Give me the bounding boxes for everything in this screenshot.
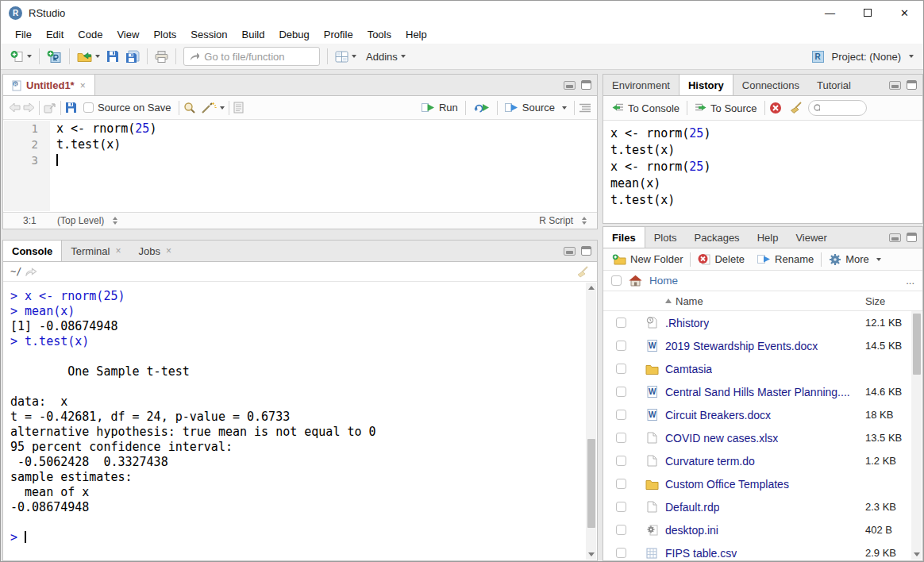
file-name-link[interactable]: Default.rdp <box>665 501 719 514</box>
minimize-window-button[interactable]: — <box>811 1 849 25</box>
tab-plots[interactable]: Plots <box>645 227 686 248</box>
to-console-button[interactable]: To Console <box>609 101 683 116</box>
size-column-header[interactable]: Size <box>865 295 885 307</box>
file-checkbox[interactable] <box>616 525 626 535</box>
to-source-button[interactable]: To Source <box>691 101 760 116</box>
save-all-button[interactable] <box>122 48 143 65</box>
rename-file-button[interactable]: Rename <box>754 252 817 267</box>
menu-view[interactable]: View <box>110 26 146 43</box>
back-icon[interactable] <box>9 102 21 113</box>
file-name-link[interactable]: .Rhistory <box>665 317 709 329</box>
code-tools-icon[interactable] <box>201 102 217 114</box>
file-name-link[interactable]: 2019 Stewardship Events.docx <box>665 340 818 352</box>
menu-help[interactable]: Help <box>398 26 434 43</box>
tab-jobs[interactable]: Jobs× <box>129 241 179 261</box>
history-entry[interactable]: t.test(x) <box>610 192 922 209</box>
file-checkbox[interactable] <box>616 364 626 374</box>
history-search-input[interactable] <box>823 102 860 114</box>
rerun-button[interactable] <box>470 101 493 114</box>
menu-plots[interactable]: Plots <box>146 26 183 43</box>
tab-connections[interactable]: Connections <box>733 75 808 95</box>
goto-file-input[interactable] <box>204 51 314 63</box>
minimize-pane-icon[interactable] <box>889 81 901 90</box>
workspace-panes-button[interactable] <box>332 48 360 65</box>
file-checkbox[interactable] <box>616 410 626 420</box>
console-output[interactable]: > x <- rnorm(25)> mean(x)[1] -0.08674948… <box>4 283 586 560</box>
menu-profile[interactable]: Profile <box>317 26 360 43</box>
menu-code[interactable]: Code <box>71 26 110 43</box>
tab-untitled1[interactable]: R Untitled1* × <box>3 75 95 96</box>
maximize-pane-icon[interactable] <box>907 80 917 90</box>
remove-entries-icon[interactable] <box>769 102 782 114</box>
scroll-down-icon[interactable] <box>911 549 922 560</box>
clear-history-icon[interactable] <box>788 102 803 114</box>
new-project-button[interactable] <box>44 48 65 66</box>
file-checkbox[interactable] <box>616 387 626 397</box>
source-on-save-toggle[interactable]: Source on Save <box>80 100 175 115</box>
tab-files[interactable]: Files <box>603 227 645 248</box>
goto-directory-icon[interactable] <box>25 268 37 276</box>
file-type-selector[interactable]: R Script <box>536 214 590 228</box>
menu-session[interactable]: Session <box>183 26 234 43</box>
minimize-pane-icon[interactable] <box>564 81 576 90</box>
files-scrollbar[interactable] <box>911 311 922 560</box>
file-name-link[interactable]: Camtasia <box>665 363 712 375</box>
file-checkbox[interactable] <box>616 433 626 443</box>
clear-console-icon[interactable] <box>576 266 590 278</box>
close-tab-icon[interactable]: × <box>166 245 171 256</box>
run-button[interactable]: Run <box>418 100 461 115</box>
menu-file[interactable]: File <box>8 26 39 43</box>
tab-tutorial[interactable]: Tutorial <box>808 75 860 95</box>
tab-console[interactable]: Console <box>3 241 62 262</box>
file-name-link[interactable]: Curvature term.do <box>665 455 755 468</box>
project-menu-button[interactable]: R Project: (None) <box>812 51 917 63</box>
menu-tools[interactable]: Tools <box>360 26 398 43</box>
tab-viewer[interactable]: Viewer <box>787 227 836 248</box>
menu-build[interactable]: Build <box>235 26 272 43</box>
maximize-pane-icon[interactable] <box>581 246 591 256</box>
file-name-link[interactable]: Custom Office Templates <box>665 478 789 491</box>
file-checkbox[interactable] <box>616 548 626 558</box>
scroll-up-icon[interactable] <box>586 283 596 293</box>
maximize-pane-icon[interactable] <box>581 80 591 90</box>
forward-icon[interactable] <box>23 102 35 113</box>
scrollbar-thumb[interactable] <box>587 439 595 528</box>
save-button[interactable] <box>103 48 122 65</box>
print-button[interactable] <box>152 48 171 65</box>
file-checkbox[interactable] <box>616 456 626 466</box>
tab-terminal[interactable]: Terminal× <box>62 241 129 261</box>
minimize-pane-icon[interactable] <box>564 247 576 256</box>
close-tab-icon[interactable]: × <box>80 80 86 91</box>
home-icon[interactable] <box>629 275 642 287</box>
maximize-pane-icon[interactable] <box>907 233 917 242</box>
scope-selector[interactable]: (Top Level) <box>54 214 121 228</box>
history-entry[interactable]: x <- rnorm(25) <box>610 159 922 175</box>
new-folder-button[interactable]: New Folder <box>609 252 686 267</box>
file-checkbox[interactable] <box>616 318 626 328</box>
minimize-pane-icon[interactable] <box>889 233 901 242</box>
file-name-link[interactable]: Central Sand Hills Master Planning.... <box>665 386 850 398</box>
compile-report-icon[interactable] <box>233 102 244 114</box>
file-checkbox[interactable] <box>616 502 626 512</box>
close-tab-icon[interactable]: × <box>115 245 121 256</box>
name-column-header[interactable]: Name <box>665 295 703 307</box>
history-entry[interactable]: t.test(x) <box>610 142 922 159</box>
scroll-down-icon[interactable] <box>586 549 596 560</box>
history-entry[interactable]: mean(x) <box>610 175 922 192</box>
file-checkbox[interactable] <box>616 341 626 351</box>
source-button[interactable]: Source <box>502 100 570 115</box>
find-replace-icon[interactable] <box>183 102 196 114</box>
file-name-link[interactable]: COVID new cases.xlsx <box>665 432 778 445</box>
delete-file-button[interactable]: Delete <box>695 252 748 267</box>
select-all-checkbox[interactable] <box>611 275 622 286</box>
new-file-button[interactable] <box>7 48 35 66</box>
menu-edit[interactable]: Edit <box>39 26 71 43</box>
close-window-button[interactable]: ✕ <box>886 1 923 25</box>
file-checkbox[interactable] <box>616 479 626 489</box>
code-editor[interactable]: 1x <- rnorm(25)2t.test(x)3 <box>4 121 596 211</box>
maximize-window-button[interactable] <box>849 1 886 25</box>
console-scrollbar[interactable] <box>586 283 596 560</box>
more-file-commands-button[interactable]: More <box>826 252 884 268</box>
breadcrumb-ellipsis-button[interactable]: ... <box>906 275 914 287</box>
document-outline-icon[interactable] <box>579 102 591 113</box>
